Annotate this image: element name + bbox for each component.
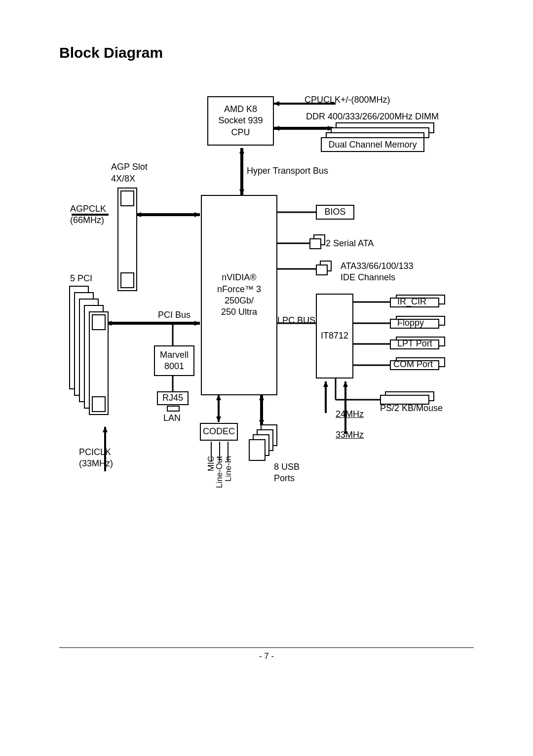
chipset-box: nVIDIA® nForce™ 3 250Gb/ 250 Ultra: [201, 195, 277, 395]
cpu-box: AMD K8 Socket 939 CPU: [207, 96, 274, 146]
chipset-line2: nForce™ 3: [217, 284, 261, 295]
ata-line1: ATA33/66/100/133: [341, 261, 413, 272]
page: Block Diagram: [0, 0, 533, 756]
audio-lineout: Line-Out: [215, 456, 225, 488]
usb-4: [249, 439, 266, 461]
ata-line2: IDE Channels: [341, 272, 395, 283]
agp-slot-inner-2: [120, 272, 134, 288]
cpuclk-label: CPUCLK+/-(800MHz): [305, 94, 390, 106]
com-label: COM Port: [393, 359, 433, 370]
sata-stack-2: [309, 238, 321, 249]
hypertransport-label: Hyper Transport Bus: [247, 165, 328, 177]
cpu-line2: Socket 939: [218, 115, 263, 126]
floppy-label: Floppy: [397, 317, 424, 329]
usb-line2: Ports: [274, 473, 295, 484]
usb-line1: 8 USB: [274, 461, 300, 473]
codec-label: CODEC: [203, 426, 235, 437]
marvell-line2: 8001: [164, 361, 184, 372]
page-number: - 7 -: [0, 651, 533, 661]
lan-label: LAN: [163, 413, 181, 424]
marvell-box: Marvell 8001: [154, 345, 194, 376]
chipset-line1: nVIDIA®: [222, 272, 256, 283]
chipset-line4: 250 Ultra: [221, 306, 257, 318]
codec-box: CODEC: [200, 423, 238, 441]
rj45-connector: [167, 406, 180, 412]
rj45-label: RJ45: [162, 392, 183, 404]
pcibus-label: PCI Bus: [158, 309, 190, 321]
cpu-line1: AMD K8: [224, 104, 257, 115]
ps2-label: PS/2 KB/Mouse: [380, 403, 443, 414]
audio-linein: Line-In: [224, 456, 233, 482]
rj45-box: RJ45: [157, 391, 189, 405]
bios-box: BIOS: [316, 205, 354, 220]
dual-channel-label: Dual Channel Memory: [328, 140, 417, 150]
clk33-label: 33MHz: [336, 429, 364, 441]
ddr-label: DDR 400/333/266/200MHz DIMM: [306, 111, 439, 122]
footer-line: [59, 647, 474, 648]
chipset-line3: 250Gb/: [225, 295, 254, 306]
lpc-label: LPC BUS: [277, 315, 315, 326]
ir-label: IR_CIR: [397, 296, 426, 307]
agpclk-line1: AGPCLK: [70, 203, 106, 215]
marvell-line1: Marvell: [160, 349, 189, 361]
pci5-label: 5 PCI: [70, 273, 92, 284]
bios-label: BIOS: [324, 206, 345, 218]
sata-label: 2 Serial ATA: [326, 238, 374, 249]
it8712-box: IT8712: [316, 294, 353, 378]
pciclk-line1: PCICLK: [79, 447, 111, 458]
pci-inner-2: [92, 396, 106, 412]
agpclk-line2: (66MHz): [70, 215, 104, 226]
it8712-label: IT8712: [321, 330, 348, 341]
lpt-label: LPT Port: [397, 338, 432, 349]
agp-slot-inner-1: [120, 190, 134, 206]
ide-stack-2: [316, 265, 328, 275]
pci-inner-1: [92, 314, 106, 330]
pciclk-line2: (33MHz): [79, 458, 113, 469]
cpu-line3: CPU: [231, 127, 250, 138]
agp-slot-label-1: AGP Slot: [111, 161, 148, 173]
agp-slot-label-2: 4X/8X: [111, 173, 135, 185]
clk24-label: 24MHz: [336, 409, 364, 420]
dimm-4: Dual Channel Memory: [321, 137, 424, 152]
